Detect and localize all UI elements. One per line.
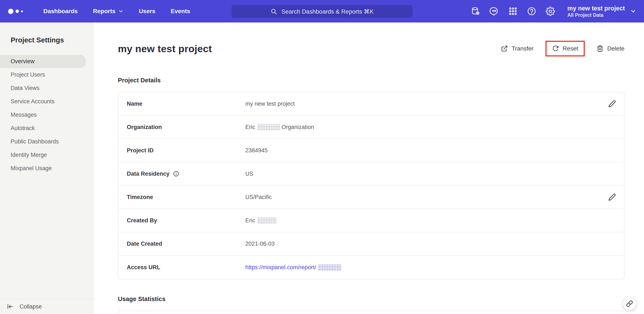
- sidebar-item-overview[interactable]: Overview: [0, 55, 86, 68]
- detail-row-name: Name my new test project: [118, 92, 624, 116]
- sidebar-item-label: Data Views: [10, 85, 40, 91]
- transfer-label: Transfer: [512, 45, 534, 52]
- chevron-down-icon: [630, 8, 636, 14]
- feedback-chat-icon[interactable]: [490, 6, 499, 16]
- transfer-button[interactable]: Transfer: [501, 45, 534, 52]
- sidebar-item-identity-merge[interactable]: Identity Merge: [0, 148, 86, 162]
- detail-value: US: [245, 171, 254, 177]
- logo-dot: [8, 9, 14, 14]
- detail-value: 2384945: [245, 147, 268, 154]
- sidebar-item-project-users[interactable]: Project Users: [0, 68, 86, 81]
- delete-label: Delete: [607, 45, 624, 52]
- nav-item-label: Reports: [93, 8, 116, 15]
- nav-right-cluster: my new test project All Project Data: [471, 0, 636, 22]
- rotate-cw-icon: [552, 45, 559, 52]
- logo-dot: [16, 9, 19, 13]
- nav-item-users[interactable]: Users: [139, 8, 156, 15]
- nav-item-reports[interactable]: Reports: [93, 8, 124, 15]
- apps-grid-icon[interactable]: [508, 6, 518, 16]
- detail-label: Organization: [127, 124, 245, 130]
- sidebar-item-mixpanel-usage[interactable]: Mixpanel Usage: [0, 162, 86, 175]
- detail-row-created-by: Created By Eric: [118, 209, 624, 232]
- delete-button[interactable]: Delete: [597, 45, 624, 52]
- sidebar-item-autotrack[interactable]: Autotrack: [0, 122, 86, 135]
- search-placeholder: Search Dashboards & Reports ⌘K: [282, 8, 374, 15]
- reset-button[interactable]: Reset: [552, 45, 578, 52]
- project-actions: Transfer Reset Delete: [501, 41, 624, 56]
- info-icon[interactable]: [173, 171, 179, 177]
- project-details-heading: Project Details: [118, 77, 624, 84]
- page-title: my new test project: [118, 43, 212, 54]
- sidebar-item-label: Overview: [10, 58, 34, 65]
- detail-row-timezone: Timezone US/Pacific: [118, 186, 624, 209]
- detail-value: 2021-06-03: [245, 241, 275, 247]
- nav-menu: Dashboards Reports Users Events: [43, 8, 190, 15]
- nav-item-events[interactable]: Events: [170, 8, 190, 15]
- trash-icon: [597, 45, 604, 52]
- sidebar-item-label: Autotrack: [10, 125, 35, 132]
- link-icon: [626, 300, 633, 307]
- sidebar-item-label: Service Accounts: [10, 98, 54, 105]
- external-link-icon: [501, 45, 508, 52]
- detail-label: Created By: [127, 217, 245, 224]
- edit-pencil-icon[interactable]: [608, 100, 616, 108]
- help-icon[interactable]: [527, 6, 536, 16]
- detail-label: Project ID: [127, 147, 245, 154]
- detail-value: Eric: [245, 217, 255, 224]
- detail-row-data-residency: Data Residency US: [118, 162, 624, 186]
- redacted-text: [318, 264, 341, 271]
- sidebar-item-public-dashboards[interactable]: Public Dashboards: [0, 135, 86, 148]
- sidebar-item-label: Project Users: [10, 71, 45, 78]
- sidebar-item-label: Messages: [10, 112, 37, 118]
- redacted-text: [257, 217, 276, 224]
- detail-label: Timezone: [127, 194, 245, 201]
- detail-row-access-url: Access URL https://mixpanel.com/report/: [118, 256, 624, 279]
- sidebar-title: Project Settings: [10, 36, 94, 44]
- search-input[interactable]: Search Dashboards & Reports ⌘K: [232, 5, 412, 18]
- collapse-sidebar-button[interactable]: Collapse: [0, 299, 94, 314]
- detail-label: Name: [127, 101, 245, 107]
- main-content: my new test project Transfer Reset: [94, 22, 644, 314]
- edit-pencil-icon[interactable]: [608, 193, 616, 201]
- nav-item-label: Users: [139, 8, 156, 15]
- project-switcher[interactable]: my new test project All Project Data: [567, 4, 636, 18]
- sidebar-item-messages[interactable]: Messages: [0, 108, 86, 122]
- logo-dot: [21, 10, 23, 12]
- chevron-down-icon: [118, 8, 124, 14]
- detail-row-project-id: Project ID 2384945: [118, 139, 624, 162]
- detail-label: Date Created: [127, 241, 245, 247]
- current-project-name: my new test project: [567, 4, 625, 12]
- current-project-scope: All Project Data: [567, 12, 604, 18]
- sidebar-nav-list: Overview Project Users Data Views Servic…: [0, 55, 94, 175]
- detail-row-organization: Organization Eric Organization: [118, 116, 624, 139]
- sidebar-item-service-accounts[interactable]: Service Accounts: [0, 95, 86, 108]
- detail-value: my new test project: [245, 101, 295, 107]
- detail-value: US/Pacific: [245, 194, 272, 201]
- sidebar-item-data-views[interactable]: Data Views: [0, 81, 86, 95]
- detail-label: Access URL: [127, 264, 245, 271]
- usage-statistics-card: [118, 311, 624, 314]
- redacted-text: [257, 124, 280, 130]
- access-url-link[interactable]: https://mixpanel.com/report/: [245, 264, 316, 271]
- detail-label: Data Residency: [127, 171, 170, 177]
- settings-sidebar: Project Settings Overview Project Users …: [0, 22, 94, 314]
- nav-item-label: Events: [170, 8, 190, 15]
- annotation-reset-highlight: Reset: [546, 41, 585, 56]
- detail-value: Organization: [282, 124, 314, 130]
- sidebar-item-label: Public Dashboards: [10, 138, 59, 145]
- data-management-icon[interactable]: [471, 6, 480, 16]
- project-details-card: Name my new test project Organization Er…: [118, 92, 624, 280]
- sidebar-item-label: Identity Merge: [10, 152, 47, 158]
- detail-value: Eric: [245, 124, 255, 130]
- reset-label: Reset: [563, 45, 578, 52]
- top-nav: Dashboards Reports Users Events Search D…: [0, 0, 644, 22]
- mixpanel-dots-logo[interactable]: [0, 9, 32, 14]
- search-icon: [270, 8, 277, 15]
- nav-item-dashboards[interactable]: Dashboards: [43, 8, 78, 15]
- detail-row-date-created: Date Created 2021-06-03: [118, 232, 624, 256]
- sidebar-item-label: Mixpanel Usage: [10, 165, 52, 172]
- copy-link-fab-button[interactable]: [623, 297, 636, 310]
- usage-statistics-heading: Usage Statistics: [118, 296, 624, 303]
- settings-gear-icon[interactable]: [546, 6, 555, 16]
- nav-item-label: Dashboards: [43, 8, 78, 15]
